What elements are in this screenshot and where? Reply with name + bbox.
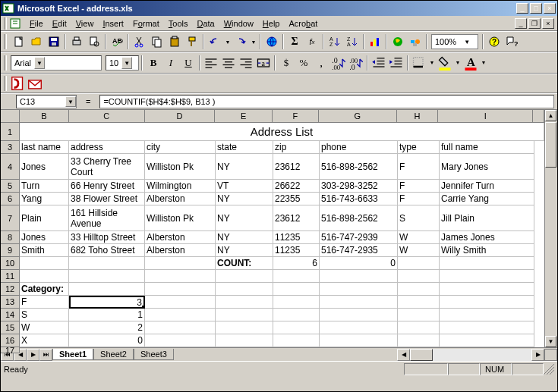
cell[interactable]: W [398,231,440,244]
bold-button[interactable]: B [145,55,162,71]
align-center-button[interactable] [220,55,237,71]
menu-help[interactable]: Help [258,17,285,30]
cell[interactable] [320,296,398,309]
cell[interactable]: NY [216,154,273,180]
open-button[interactable] [28,33,45,50]
cell[interactable] [20,270,69,283]
menu-window[interactable]: Window [219,17,258,30]
borders-dropdown[interactable]: ▼ [428,55,436,71]
row-header[interactable]: 13 [1,296,20,309]
cell[interactable]: S [398,205,440,231]
cell[interactable]: Turn [20,180,69,193]
cell[interactable]: NY [216,193,273,205]
fill-color-dropdown[interactable]: ▼ [454,55,462,71]
cell[interactable]: full name [440,141,534,154]
cell[interactable]: Jennifer Turn [440,180,534,193]
row-header[interactable]: 15 [1,321,20,334]
horizontal-scrollbar[interactable]: ◀ ▶ [174,349,557,361]
cell[interactable] [320,309,398,321]
cells-grid[interactable]: Address List last name address city stat… [20,123,544,347]
cell[interactable]: 2 [69,321,145,334]
autosum-button[interactable]: Σ [286,33,303,50]
row-header[interactable]: 10 [1,257,20,270]
cell[interactable]: VT [216,180,273,193]
sheet-tab-2[interactable]: Sheet2 [93,349,134,360]
cell[interactable]: 516-743-6633 [320,193,398,205]
cell[interactable]: Jones [20,231,69,244]
cell[interactable]: Jones [20,154,69,180]
cell[interactable]: X [20,334,69,347]
col-header-E[interactable]: E [215,110,273,123]
cell[interactable]: Jill Plain [440,205,534,231]
cell[interactable]: 6 [273,257,320,270]
menu-insert[interactable]: Insert [98,17,128,30]
cell[interactable]: Alberston [145,244,216,257]
select-all-corner[interactable] [1,110,20,123]
redo-dropdown[interactable]: ▼ [250,33,257,50]
cell[interactable]: 1 [69,309,145,321]
cell[interactable]: state [216,141,273,154]
comma-button[interactable]: , [313,55,329,71]
cell[interactable] [145,270,216,283]
cell[interactable] [398,257,440,270]
cell[interactable]: F [20,296,69,309]
scroll-thumb[interactable] [545,122,556,168]
cell[interactable] [216,296,273,309]
cell[interactable]: James Jones [440,231,534,244]
create-pdf-button[interactable] [10,75,27,92]
col-header-D[interactable]: D [145,110,216,123]
scroll-down-button[interactable]: ▼ [545,336,556,347]
paste-button[interactable] [166,33,183,50]
cell[interactable]: phone [320,141,398,154]
cell[interactable] [398,296,440,309]
close-button[interactable]: × [544,3,556,14]
cell[interactable] [320,321,398,334]
cell[interactable] [398,270,440,283]
cell[interactable]: 33 Cherry Tree Court [69,154,145,180]
borders-button[interactable] [411,55,427,71]
cell[interactable] [145,321,216,334]
currency-button[interactable]: $ [278,55,295,71]
col-header-G[interactable]: G [319,110,397,123]
cell[interactable] [440,321,534,334]
scroll-up-button[interactable]: ▲ [545,110,556,121]
cell[interactable]: NY [216,205,273,231]
cell[interactable] [216,321,273,334]
cell[interactable]: last name [20,141,69,154]
col-header-B[interactable]: B [20,110,69,123]
cell[interactable]: COUNT: [216,257,273,270]
redo-button[interactable] [232,33,249,50]
row-header[interactable]: 7 [1,205,20,231]
cell[interactable]: zip [273,141,320,154]
cell[interactable]: F [398,193,440,205]
row-header[interactable]: 1 [1,123,20,141]
col-header-H[interactable]: H [397,110,439,123]
row-header[interactable]: 8 [1,231,20,244]
col-header-C[interactable]: C [69,110,145,123]
cell[interactable] [440,296,534,309]
cell[interactable] [320,334,398,347]
cell[interactable] [440,257,534,270]
format-grip[interactable] [4,55,7,71]
cell[interactable]: 161 Hillside Avenue [69,205,145,231]
menu-tools[interactable]: Tools [164,17,193,30]
increase-indent-button[interactable] [388,55,405,71]
cell[interactable]: 516-747-2939 [320,231,398,244]
cell[interactable]: Mary Jones [440,154,534,180]
cell[interactable] [145,309,216,321]
cell[interactable]: NY [216,244,273,257]
cell[interactable] [440,309,534,321]
cell[interactable] [216,283,273,296]
menu-edit[interactable]: Edit [48,17,71,30]
hscroll-thumb[interactable] [410,349,433,361]
cell[interactable]: 11235 [273,231,320,244]
cell[interactable]: Category: [20,283,69,296]
help-button[interactable]: ? [486,33,503,50]
row-header[interactable]: 9 [1,244,20,257]
doc-restore-button[interactable]: ❐ [528,18,541,29]
sort-asc-button[interactable]: AZ [326,33,343,50]
cell[interactable]: 23612 [273,154,320,180]
font-color-button[interactable]: A [462,55,479,71]
cell[interactable]: Alberston [145,231,216,244]
cell[interactable] [398,334,440,347]
